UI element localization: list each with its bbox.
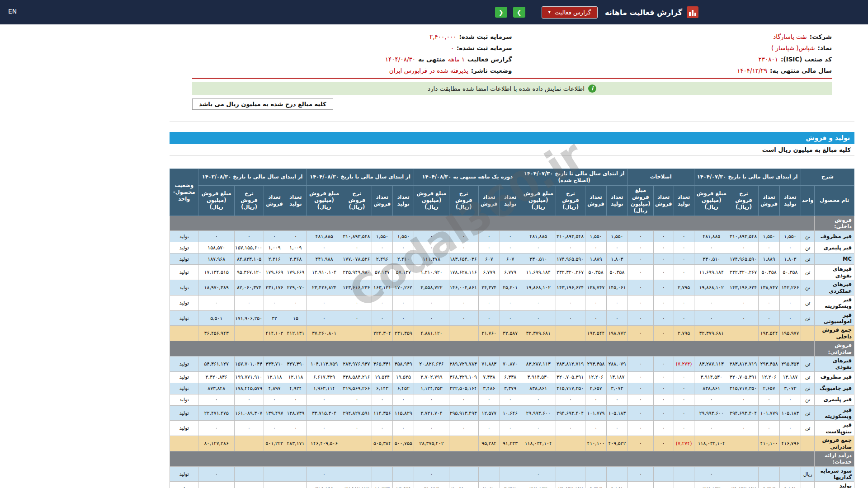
value-cell: ۰ (234, 394, 264, 405)
value-cell: ۰ (606, 394, 627, 405)
value-cell: ۱۶۳,۱۲۱ (372, 280, 393, 296)
value-cell: ۱۰۱,۷۷۹ (759, 405, 780, 421)
value-cell: ۰ (627, 371, 653, 383)
value-cell: ۱۹۲,۵۴۴ (759, 326, 780, 341)
value-cell: ۲۳,۴۲۶,۸۲۴ (306, 280, 342, 296)
next-report-button[interactable]: ❯ (513, 7, 525, 18)
group-header: اصلاحات (627, 169, 694, 186)
value-cell: ۰ (759, 310, 780, 326)
value-cell: ۰ (627, 242, 653, 253)
value-cell: ۰ (674, 405, 694, 421)
value-cell: ۰ (264, 421, 285, 436)
product-name-cell: جمع فروش صادراتی (815, 436, 854, 451)
value-cell: ۰ (674, 231, 694, 242)
value-cell: ۰ (393, 421, 414, 436)
info-field: سرمایه ثبت شده:۲,۴۰۰,۰۰۰ (192, 31, 512, 42)
info-value: نفت پاسارگاد (773, 33, 807, 40)
value-cell: ۶,۴۵۲ (393, 383, 414, 394)
value-cell: ۲,۳۶۸ (285, 253, 306, 265)
value-cell: ۱۸۳,۶۵۴,۰۳۶ (449, 253, 478, 265)
value-cell: ۱,۵۵۰ (372, 231, 393, 242)
value-cell: ۰ (653, 295, 674, 310)
value-cell: ۲۷۵,۱۳۳ (521, 482, 556, 488)
value-cell: ۰ (556, 242, 585, 253)
status-cell: تولید (170, 231, 198, 242)
value-cell: ۰ (653, 231, 674, 242)
value-cell: ۲۳۱,۳۵۹ (393, 326, 414, 341)
column-header: مبلغ فروش (میلیون ریال) (198, 185, 235, 216)
value-cell: ۱۷۷,۰۷۸,۵۲۶ (342, 253, 372, 265)
value-cell: ۰ (372, 421, 393, 436)
value-cell: ۸۴,۸۲۳,۱۰۵ (234, 253, 264, 265)
value-cell: ۰ (285, 421, 306, 436)
product-name-cell: قیر پلیمری (815, 394, 854, 405)
value-cell: ۰ (372, 242, 393, 253)
group-header: از ابتدای سال مالی تا تاریخ ۱۴۰۴/۰۸/۳۰ (306, 169, 414, 186)
value-cell: ۳۱۵,۷۱۷,۳۵۰ (729, 383, 758, 394)
value-cell: ۰ (372, 310, 393, 326)
info-label: سرمایه ثبت نشده: (457, 44, 512, 52)
value-cell (234, 326, 264, 341)
value-cell: ۲۲,۴۷۱,۴۷۵ (198, 405, 235, 421)
value-cell: ۱۷۹,۶۶۹ (264, 265, 285, 280)
value-cell: ۶,۳۳۸ (500, 371, 521, 383)
value-cell: ۰ (198, 482, 235, 488)
value-cell: ۲,۷۹۵ (674, 326, 694, 341)
value-cell: ۰ (653, 436, 674, 451)
value-cell: ۰ (653, 326, 674, 341)
value-cell: ۰ (585, 421, 607, 436)
value-cell: ۰ (449, 242, 478, 253)
value-cell: ۰ (449, 421, 478, 436)
language-toggle[interactable]: EN (8, 8, 17, 15)
value-cell: ۲۳۲,۳۲۰,۲۶۷ (556, 265, 585, 280)
value-cell: ۰ (449, 310, 478, 326)
column-header: تعداد فروش (478, 185, 500, 216)
value-cell (585, 466, 607, 482)
value-cell (342, 436, 372, 451)
value-cell: ۳۲,۵۸۷ (500, 326, 521, 341)
product-name-cell: جمع فروش داخلی (815, 326, 854, 341)
column-header: مبلغ فروش (میلیون ریال) (521, 185, 556, 216)
value-cell: ۳۶,۴۵۶,۹۴۳ (198, 326, 235, 341)
value-cell: ۰ (500, 421, 521, 436)
table-row: قیر جامبوبگتن۳,۰۷۳۲,۶۵۷۳۱۵,۷۱۷,۳۵۰۸۳۸,۸۶… (170, 383, 854, 394)
unit-cell: تن (801, 356, 815, 371)
page-title: گزارش فعالیت ماهانه (605, 8, 682, 17)
value-cell: ۰ (198, 466, 235, 482)
value-cell: ۹,۱۶۱ (606, 482, 627, 488)
status-cell: تولید (170, 265, 198, 280)
info-label: منتهی به (418, 56, 445, 63)
value-cell: ۱,۸۸۹ (759, 253, 780, 265)
status-cell: تولید (170, 371, 198, 383)
column-header: تعداد تولید (393, 185, 414, 216)
value-cell: ۴۱۲,۱۳۱ (285, 326, 306, 341)
report-type-button[interactable]: گزارش فعالیت ▾ (542, 6, 598, 19)
value-cell: ۱,۵۵۰ (759, 231, 780, 242)
product-name-cell: قیرهای عملکردی (815, 280, 854, 296)
value-cell: ۳,۰۷۳ (780, 383, 801, 394)
value-cell: ۰ (585, 394, 607, 405)
value-cell: ۲۰,۶۵۰,۰۰۰ (449, 482, 478, 488)
value-cell: ۳۲۰,۷۰۵,۳۹۱ (729, 371, 758, 383)
column-header: تعداد تولید (674, 185, 694, 216)
value-cell: ۰ (694, 466, 729, 482)
product-name-cell: MC (815, 253, 854, 265)
signature-match-banner: i اطلاعات نمایش داده شده با اطلاعات امضا… (192, 82, 832, 95)
value-cell: ۰ (627, 253, 653, 265)
column-header: مبلغ فروش (میلیون ریال) (414, 185, 449, 216)
column-header: مبلغ فروش (میلیون ریال) (627, 185, 653, 216)
value-cell: ۰ (500, 231, 521, 242)
report-type-label: گزارش فعالیت (555, 9, 591, 16)
value-cell (449, 326, 478, 341)
value-cell: ۱۹۵,۹۷۷ (780, 326, 801, 341)
value-cell: ۰ (342, 421, 372, 436)
value-cell: ۱۰۱,۷۷۹ (585, 405, 607, 421)
value-cell: ۲۹۵,۳۵۳ (780, 356, 801, 371)
prev-report-button[interactable]: ❮ (495, 7, 507, 18)
value-cell: ۶۰۷ (500, 253, 521, 265)
value-cell: ۰ (674, 253, 694, 265)
value-cell: ۰ (694, 394, 729, 405)
value-cell: ۰ (234, 482, 264, 488)
value-cell: ۰ (521, 466, 556, 482)
product-name-cell: قیر امولسیونی (815, 310, 854, 326)
